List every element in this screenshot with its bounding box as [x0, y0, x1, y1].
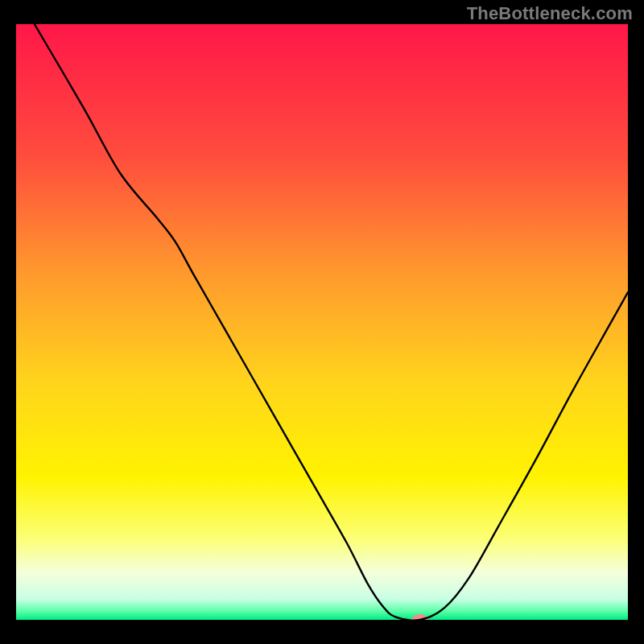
- watermark-text: TheBottleneck.com: [467, 3, 633, 24]
- chart-plot-area: [16, 24, 628, 620]
- chart-gradient-bg: [16, 24, 628, 620]
- chart-svg: [16, 24, 628, 620]
